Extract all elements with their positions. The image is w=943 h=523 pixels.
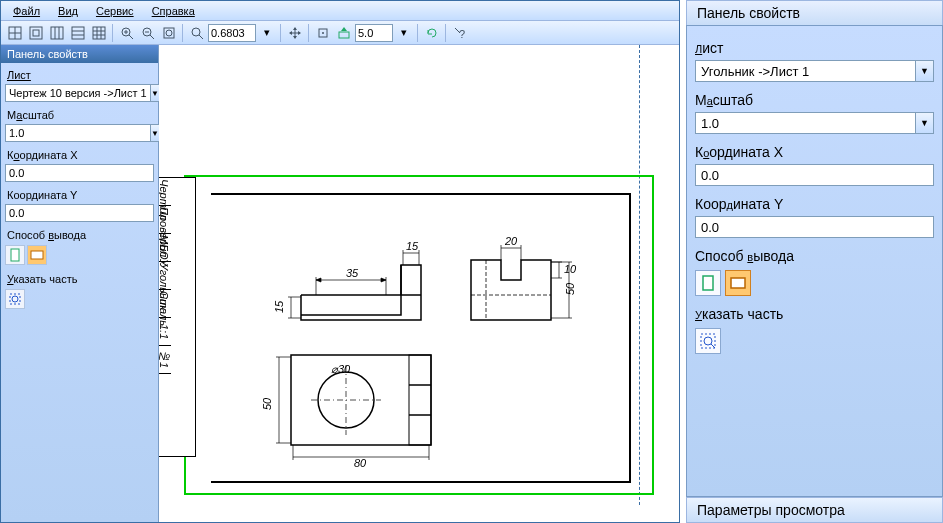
right-properties-panel: Панель свойств Лист ▼ Масштаб ▼ Координа… [686,0,943,523]
svg-rect-72 [731,278,745,288]
svg-line-26 [199,35,203,39]
app-main-window: Файл Вид Сервис Справка ▾ ▾ ? Панель сво… [0,0,680,523]
svg-rect-34 [31,251,43,259]
menu-file[interactable]: Файл [5,3,48,19]
sidebar-coordy-input[interactable] [5,204,154,222]
sidebar-coordx-label: Координата X [1,147,158,163]
svg-point-24 [166,30,172,36]
zoom-fit-icon[interactable] [159,23,179,43]
separator [182,24,184,42]
tool-grid2-icon[interactable] [26,23,46,43]
tool-grid3-icon[interactable] [47,23,67,43]
separator [308,24,310,42]
tool-grid1-icon[interactable] [5,23,25,43]
right-panel-body: Лист ▼ Масштаб ▼ Координата X Координата… [686,25,943,497]
svg-rect-8 [72,27,84,39]
scale-value-input[interactable] [355,24,393,42]
sidebar-coordx-input[interactable] [5,164,154,182]
left-sidebar: Панель свойств Лист ▼ Масштаб ▼ Координа… [1,45,159,522]
svg-rect-3 [30,27,42,39]
zoom-in-icon[interactable] [117,23,137,43]
svg-text:?: ? [459,28,465,40]
sidebar-scale-input[interactable] [5,124,151,142]
dim-15t: 15 [406,240,419,252]
right-panel-title: Панель свойств [686,0,943,25]
dropdown-arrow-icon[interactable]: ▼ [916,60,934,82]
tool-grid4-icon[interactable] [68,23,88,43]
sidebar-sheet-dropdown[interactable]: ▼ [5,84,154,102]
title-block: Чертил Проверил МБОУ Угольник Сталь 1:1 … [159,177,196,457]
sidebar-coordy-label: Координата Y [1,187,158,203]
separator [445,24,447,42]
r-output-icons [695,270,934,296]
svg-rect-33 [11,249,19,261]
menu-view[interactable]: Вид [50,3,86,19]
output-landscape-icon[interactable] [725,270,751,296]
dim-dia30: ⌀30 [331,363,351,375]
svg-rect-60 [409,355,431,445]
bottom-tab-params[interactable]: Параметры просмотра [686,497,943,523]
r-coordy-label: Координата Y [695,196,934,212]
output-icons [5,245,154,265]
menu-help[interactable]: Справка [144,3,203,19]
dropdown-arrow-icon[interactable]: ▼ [916,112,934,134]
r-output-label: Способ вывода [695,248,934,264]
sidebar-scale-dropdown[interactable]: ▼ [5,124,154,142]
drawing-border: 35 15 15 [211,193,631,483]
r-scale-label: Масштаб [695,92,934,108]
part-icons [5,289,154,309]
r-scale-dropdown[interactable]: ▼ [695,112,934,134]
svg-rect-11 [93,27,105,39]
dim-15v: 15 [273,300,285,313]
help-icon[interactable]: ? [450,23,470,43]
menu-service[interactable]: Сервис [88,3,142,19]
sidebar-output-label: Способ вывода [1,227,158,243]
zoom-value-input[interactable] [208,24,256,42]
toolbar: ▾ ▾ ? [1,21,679,45]
origin-icon[interactable] [313,23,333,43]
zoom-out-icon[interactable] [138,23,158,43]
svg-rect-4 [33,30,39,36]
drawing-canvas[interactable]: Чертил Проверил МБОУ Угольник Сталь 1:1 … [159,45,679,522]
sidebar-scale-label: Масштаб [1,107,158,123]
refresh-icon[interactable] [422,23,442,43]
svg-point-30 [322,32,324,34]
sidebar-part-label: Указать часть [1,271,158,287]
cad-drawing: 35 15 15 [221,205,621,475]
svg-point-36 [12,296,18,302]
r-scale-input[interactable] [695,112,916,134]
menubar: Файл Вид Сервис Справка [1,1,679,21]
separator [280,24,282,42]
svg-line-21 [150,35,154,39]
dim-20: 20 [504,235,518,247]
scale-up-icon[interactable] [334,23,354,43]
r-coordx-input[interactable] [695,164,934,186]
output-portrait-icon[interactable] [5,245,25,265]
move-icon[interactable] [285,23,305,43]
separator [112,24,114,42]
zoom-dd-icon[interactable]: ▾ [257,23,277,43]
sidebar-sheet-label: Лист [1,67,158,83]
scale-dd-icon[interactable]: ▾ [394,23,414,43]
svg-rect-71 [703,276,713,290]
zoom-icon[interactable] [187,23,207,43]
main-area: Панель свойств Лист ▼ Масштаб ▼ Координа… [1,45,679,522]
svg-line-75 [711,344,715,348]
output-landscape-icon[interactable] [27,245,47,265]
select-part-icon[interactable] [5,289,25,309]
tool-grid5-icon[interactable] [89,23,109,43]
r-sheet-dropdown[interactable]: ▼ [695,60,934,82]
r-part-icons [695,328,934,354]
sidebar-title: Панель свойств [1,45,158,63]
svg-rect-5 [51,27,63,39]
dim-50r: 50 [564,282,576,295]
svg-rect-31 [339,32,349,38]
r-sheet-input[interactable] [695,60,916,82]
svg-point-74 [704,337,712,345]
output-portrait-icon[interactable] [695,270,721,296]
r-sheet-label: Лист [695,40,934,56]
r-part-label: Указать часть [695,306,934,322]
r-coordy-input[interactable] [695,216,934,238]
select-part-icon[interactable] [695,328,721,354]
sidebar-sheet-input[interactable] [5,84,151,102]
